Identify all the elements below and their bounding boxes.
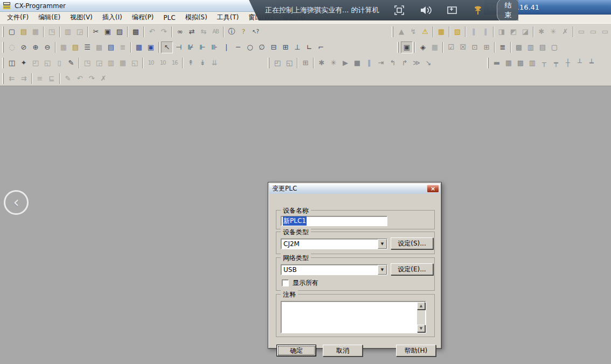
sim-step-icon[interactable]: ⇥ [375, 57, 387, 69]
menu-item-tools[interactable]: 工具(T) [212, 11, 244, 24]
vertical-line-icon[interactable]: ∣ [220, 41, 232, 53]
transfer-all-icon[interactable]: ⇊ [209, 57, 220, 69]
toolbar-grip[interactable] [2, 42, 4, 53]
zoom-in-icon[interactable]: ⊕ [30, 41, 41, 53]
rung-comment-icon[interactable]: ⊑ [46, 73, 58, 85]
help-button[interactable]: 帮助(H) [396, 345, 436, 356]
sim-mode-1-icon[interactable]: ✱ [316, 57, 328, 69]
compare-plc-icon[interactable]: ◪ [519, 26, 531, 38]
comment-textarea[interactable]: ▲ ▼ [281, 301, 426, 333]
watch-add-icon[interactable]: ☑ [445, 41, 457, 53]
horizontal-line-icon[interactable]: ─ [232, 41, 244, 53]
dialog-close-button[interactable]: × [427, 185, 439, 193]
network-type-dropdown-button[interactable]: ▼ [378, 265, 387, 275]
transfer-options-icon[interactable]: ◰ [30, 57, 41, 69]
fullscreen-icon[interactable] [393, 4, 405, 16]
force-on-icon[interactable]: ✱ [536, 26, 547, 38]
monitor-4-icon[interactable]: ▢ [548, 41, 560, 53]
change-ab-icon[interactable]: AB [210, 26, 221, 38]
cross-reference-icon[interactable]: ◳ [81, 57, 93, 69]
sim-run-icon[interactable]: ▶ [339, 57, 351, 69]
redo-rung-icon[interactable]: ↷ [86, 73, 98, 85]
grid-icon[interactable]: ▦ [58, 41, 70, 53]
transfer-to-plc-icon[interactable]: ◨ [496, 26, 508, 38]
sim-arrange-icon[interactable]: ⊞ [300, 57, 311, 69]
net-topology-2-icon[interactable]: ┯ [550, 57, 562, 69]
branch-down-icon[interactable]: ⊥ [291, 41, 303, 53]
toolbar-grip[interactable] [2, 58, 4, 68]
pin-icon[interactable] [472, 4, 484, 16]
symbol-table-icon[interactable]: ▤ [105, 41, 117, 53]
transfer-from-plc-icon[interactable]: ◩ [508, 26, 519, 38]
instruction-box-icon[interactable]: ⊟ [268, 41, 280, 53]
contact-or-nc-icon[interactable]: ⊪ [209, 41, 220, 53]
net-monitor-2-icon[interactable]: ▦ [503, 57, 515, 69]
select-tool-icon[interactable]: ↖ [161, 41, 173, 53]
force-cancel-icon[interactable]: ✗ [559, 26, 571, 38]
open-icon[interactable]: ▤ [18, 26, 30, 38]
menu-item-insert[interactable]: 插入(I) [98, 11, 127, 24]
rung-wrap-icon[interactable]: ▦ [429, 41, 441, 53]
scroll-up-button[interactable]: ▲ [417, 302, 425, 310]
sim-pause-icon[interactable]: ∥ [363, 57, 375, 69]
memory-view-icon[interactable]: ◱ [129, 57, 141, 69]
net-topology-3-icon[interactable]: ┼ [562, 57, 574, 69]
contact-no-icon[interactable]: ⊣ [173, 41, 185, 53]
toolbar-grip[interactable] [487, 58, 489, 68]
address-list-icon[interactable]: ☰ [81, 41, 93, 53]
delete-rung-icon[interactable]: ✗ [98, 73, 109, 85]
copy-icon[interactable]: ▣ [102, 26, 114, 38]
help-icon[interactable]: ? [238, 26, 249, 38]
monitor-2-icon[interactable]: ▥ [525, 41, 537, 53]
sim-mode-2-icon[interactable]: ✳ [328, 57, 339, 69]
indent-icon[interactable]: ⇉ [18, 73, 30, 85]
network-type-combo[interactable]: USB ▼ [281, 264, 387, 275]
speaker-icon[interactable] [419, 4, 432, 16]
replace-icon[interactable]: ⇆ [198, 26, 210, 38]
pause-icon[interactable]: ∥ [480, 26, 491, 38]
device-type-dropdown-button[interactable]: ▼ [378, 239, 387, 249]
back-nav-button[interactable]: ‹ [4, 190, 29, 215]
ok-button[interactable]: 确定 [276, 345, 316, 356]
net-topology-1-icon[interactable]: ┬ [538, 57, 550, 69]
toolbar-grip[interactable] [392, 26, 393, 37]
ci-view-icon[interactable]: ▣ [145, 41, 157, 53]
print-preview-icon[interactable]: ◲ [74, 26, 86, 38]
monitor-warning-icon[interactable]: ⚠ [419, 26, 431, 38]
local-symbols-icon[interactable]: ≣ [117, 41, 129, 53]
sim-window-2-icon[interactable]: ◱ [283, 57, 295, 69]
end-control-button[interactable]: 结束 [497, 0, 520, 22]
io-comment-icon[interactable]: ▩ [93, 41, 105, 53]
scroll-down-button[interactable]: ▼ [417, 325, 425, 332]
verify-icon[interactable]: ▯ [53, 57, 65, 69]
menu-item-edit[interactable]: 编辑(E) [33, 11, 65, 24]
edit-comment-icon[interactable]: ✎ [62, 73, 74, 85]
device-type-combo[interactable]: CJ2M ▼ [281, 239, 387, 249]
contact-or-no-icon[interactable]: ⊩ [197, 41, 209, 53]
new-icon[interactable]: ▢ [6, 26, 18, 38]
show-all-checkbox[interactable] [282, 279, 289, 286]
net-topology-4-icon[interactable]: ┴ [574, 57, 586, 69]
toolbar-grip[interactable] [2, 73, 4, 84]
hexadecimal-icon[interactable]: 16 [169, 57, 180, 69]
menu-item-plc[interactable]: PLC [158, 12, 180, 23]
print-find-icon[interactable]: ◳ [46, 26, 58, 38]
io-table-icon[interactable]: ▦ [117, 57, 129, 69]
rung-list-icon[interactable]: ≡ [34, 73, 46, 85]
work-online-sim-icon[interactable]: ▲ [395, 26, 407, 38]
signed-decimal-icon[interactable]: 10 [157, 57, 169, 69]
rack-3-icon[interactable]: ▭ [599, 26, 611, 38]
net-monitor-4-icon[interactable]: ▥ [526, 57, 538, 69]
menu-item-simulation[interactable]: 模拟(S) [180, 11, 212, 24]
find-icon[interactable]: ∞ [174, 26, 186, 38]
menu-item-view[interactable]: 视图(V) [65, 11, 98, 24]
cut-icon[interactable]: ✂ [90, 26, 102, 38]
branch-corner-icon[interactable]: ∟ [303, 41, 315, 53]
monitor-1-icon[interactable]: ▩ [513, 41, 525, 53]
pause-monitor-icon[interactable]: ∥ [468, 26, 480, 38]
paste-special-icon[interactable]: ▩ [130, 26, 142, 38]
undo-rung-icon[interactable]: ↶ [74, 73, 86, 85]
contact-nc-icon[interactable]: ⊮ [185, 41, 197, 53]
info-icon[interactable]: ⓘ [226, 26, 238, 38]
redo-icon[interactable]: ↷ [158, 26, 170, 38]
